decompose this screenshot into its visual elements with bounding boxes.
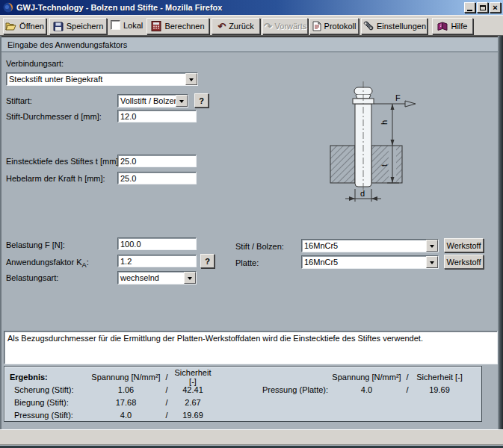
- platte-value: 16MnCr5: [302, 256, 426, 268]
- protocol-button[interactable]: Protokoll: [309, 18, 359, 34]
- close-icon: ×: [493, 4, 497, 11]
- open-button[interactable]: Öffnen: [3, 18, 46, 34]
- question-icon: ?: [199, 96, 204, 105]
- belastungsart-value: wechselnd: [118, 272, 184, 284]
- maximize-icon: [480, 5, 486, 10]
- lokal-label: Lokal: [123, 21, 143, 30]
- dropdown-arrow-icon: [185, 73, 197, 85]
- durchmesser-input[interactable]: [117, 110, 197, 122]
- back-label: Zurück: [229, 22, 254, 31]
- belastung-label: Belastung F [N]:: [6, 240, 65, 249]
- platte-werkstoff-button[interactable]: Werkstoff: [444, 255, 484, 269]
- dropdown-arrow-icon: [176, 95, 188, 107]
- anwendungsfaktor-label: Anwendungsfaktor KA:: [6, 258, 89, 269]
- belastungsart-select[interactable]: wechselnd: [117, 271, 197, 284]
- save-button[interactable]: Speichern: [49, 18, 107, 34]
- result-row-pressung-stift: Pressung (Stift): 4.0 / 19.69: [4, 408, 214, 421]
- force-label: F: [395, 93, 401, 102]
- app-window: GWJ-Technology - Bolzen und Stifte - Moz…: [0, 0, 503, 448]
- force-arrow-icon: [405, 101, 416, 107]
- message-text: Als Bezugsdurchmesser für die Ermittlung…: [7, 334, 423, 343]
- close-button[interactable]: ×: [490, 2, 501, 13]
- settings-button[interactable]: Einstellungen: [361, 18, 428, 34]
- platte-label: Platte:: [235, 258, 259, 267]
- firefox-icon: [3, 2, 13, 13]
- minimize-icon: [467, 10, 472, 11]
- help-book-icon: [437, 22, 448, 31]
- forward-button[interactable]: ↷ Vorwärts: [262, 18, 308, 34]
- anwendungsfaktor-input[interactable]: [117, 255, 197, 267]
- forward-label: Vorwärts: [275, 22, 307, 31]
- verbindungsart-label: Verbindungsart:: [6, 59, 64, 68]
- window-title: GWJ-Technology - Bolzen und Stifte - Moz…: [16, 3, 222, 12]
- plate-left: [330, 146, 355, 183]
- safety-column-header: Sicherheit [-]: [413, 373, 466, 382]
- result-row-scherung: Scherung (Stift): 1.06 / 42.41: [4, 383, 214, 396]
- message-textarea[interactable]: Als Bezugsdurchmesser für die Ermittlung…: [4, 331, 498, 364]
- belastung-input[interactable]: [117, 237, 197, 250]
- calculate-button[interactable]: Berechnen: [146, 18, 209, 34]
- help-label: Hilfe: [451, 22, 467, 31]
- stiftart-help-button[interactable]: ?: [194, 93, 209, 108]
- hebelarm-input[interactable]: [117, 172, 197, 184]
- stress-column-header: Spannung [N/mm²]: [331, 373, 402, 382]
- forward-arrow-icon: ↷: [264, 22, 272, 31]
- protocol-label: Protokoll: [324, 22, 357, 31]
- results-table-stift: Ergebnis: Spannung [N/mm²] / Sicherheit …: [4, 370, 214, 421]
- results-header-row: Ergebnis: Spannung [N/mm²] / Sicherheit …: [4, 370, 214, 383]
- pin-diagram: F h t d: [321, 78, 422, 209]
- platte-select[interactable]: 16MnCr5: [301, 255, 439, 269]
- verbindungsart-select[interactable]: Steckstift unter Biegekraft: [6, 72, 198, 86]
- dropdown-arrow-icon: [426, 256, 438, 268]
- question-icon: ?: [205, 257, 210, 266]
- status-bar: [0, 429, 503, 445]
- open-label: Öffnen: [19, 22, 44, 31]
- anwendungsfaktor-help-button[interactable]: ?: [200, 254, 215, 268]
- minimize-button[interactable]: [464, 2, 475, 13]
- window-frame-right: [498, 36, 503, 429]
- results-header-row: Spannung [N/mm²] / Sicherheit [-]: [253, 370, 466, 383]
- back-arrow-icon: ↶: [217, 22, 226, 31]
- stift-bolzen-label: Stift / Bolzen:: [235, 242, 284, 251]
- protocol-document-icon: [312, 21, 321, 31]
- results-title: Ergebnis:: [4, 373, 90, 382]
- open-folder-icon: [5, 22, 16, 31]
- verbindungsart-value: Steckstift unter Biegekraft: [7, 73, 185, 85]
- help-button[interactable]: Hilfe: [432, 18, 473, 34]
- toolbar: Öffnen Speichern Lokal Berechnen: [0, 15, 503, 36]
- result-row-pressung-platte: Pressung (Platte): 4.0 / 19.69: [253, 383, 466, 396]
- stift-bolzen-value: 16MnCr5: [302, 240, 426, 252]
- dropdown-arrow-icon: [184, 272, 196, 284]
- stift-bolzen-select[interactable]: 16MnCr5: [301, 239, 439, 252]
- save-label: Speichern: [67, 22, 104, 31]
- settings-tools-icon: [362, 21, 374, 31]
- stiftart-value: Vollstift / Bolzen: [118, 95, 176, 107]
- lokal-checkbox[interactable]: [111, 20, 120, 30]
- section-header: Eingabe des Anwendungsfaktors: [1, 37, 498, 52]
- maximize-button[interactable]: [477, 2, 488, 13]
- lever-label: h: [380, 120, 389, 125]
- hebelarm-label: Hebelarm der Kraft h [mm]:: [6, 174, 105, 183]
- diameter-label: d: [360, 189, 365, 198]
- lokal-checkbox-group: Lokal: [111, 20, 143, 30]
- safety-column-header: Sicherheit [-]: [172, 368, 214, 386]
- title-bar: GWJ-Technology - Bolzen und Stifte - Moz…: [0, 0, 503, 15]
- results-panel: Ergebnis: Spannung [N/mm²] / Sicherheit …: [4, 366, 482, 422]
- durchmesser-label: Stift-Durchmesser d [mm]:: [6, 112, 102, 121]
- einstecktiefe-input[interactable]: [117, 155, 197, 167]
- back-button[interactable]: ↶ Zurück: [212, 18, 260, 34]
- einstecktiefe-label: Einstecktiefe des Stiftes t [mm]:: [6, 157, 120, 166]
- settings-label: Einstellungen: [377, 22, 426, 31]
- stress-column-header: Spannung [N/mm²]: [90, 373, 161, 382]
- dropdown-arrow-icon: [426, 240, 438, 252]
- calculate-label: Berechnen: [164, 22, 204, 31]
- section-title: Eingabe des Anwendungsfaktors: [7, 40, 127, 49]
- results-table-platte: Spannung [N/mm²] / Sicherheit [-] Pressu…: [253, 370, 466, 396]
- depth-label: t: [380, 164, 389, 167]
- stiftart-label: Stiftart:: [6, 96, 32, 105]
- calculator-icon: [151, 21, 161, 31]
- belastungsart-label: Belastungsart:: [6, 273, 58, 282]
- window-frame-left: [0, 36, 1, 429]
- stiftart-select[interactable]: Vollstift / Bolzen: [117, 94, 188, 108]
- stift-werkstoff-button[interactable]: Werkstoff: [444, 238, 484, 252]
